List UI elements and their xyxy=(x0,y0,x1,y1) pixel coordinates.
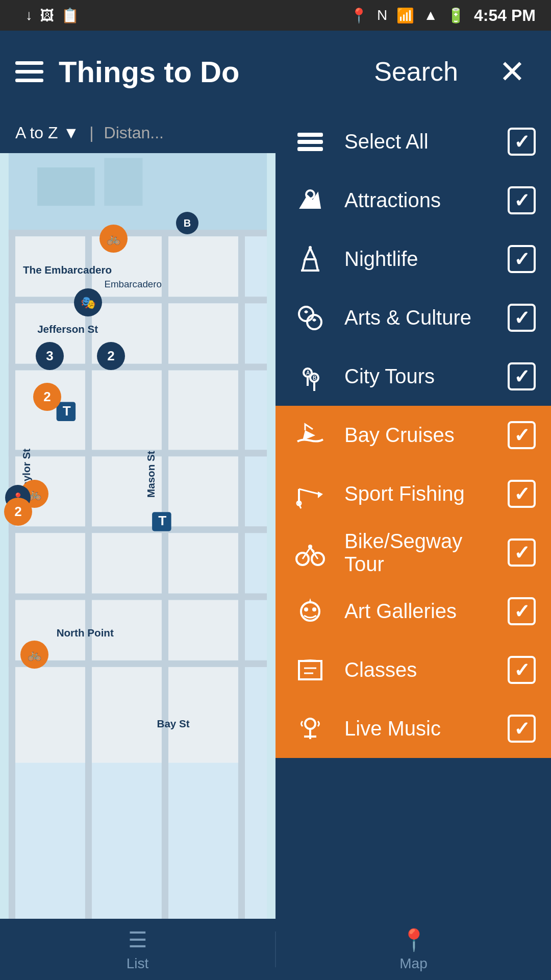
svg-rect-35 xyxy=(168,667,238,763)
svg-text:T: T xyxy=(63,403,71,419)
svg-text:A: A xyxy=(306,370,310,376)
svg-rect-4 xyxy=(9,230,267,236)
checkbox-arts[interactable] xyxy=(508,304,536,332)
svg-point-56 xyxy=(299,307,313,321)
city-tours-icon-wrap: A B xyxy=(291,357,329,396)
nfc-icon: N xyxy=(377,7,387,23)
wifi-icon: 📶 xyxy=(396,7,414,24)
map-pin-small[interactable]: B xyxy=(176,212,198,234)
close-button[interactable]: ✕ xyxy=(489,48,536,95)
signal-icon: ▲ xyxy=(423,7,438,23)
download-icon: ↓ xyxy=(26,7,33,24)
checkbox-sport-fishing[interactable] xyxy=(508,480,536,508)
svg-text:T: T xyxy=(158,513,166,528)
checkbox-bay-cruises[interactable] xyxy=(508,421,536,449)
menu-button[interactable] xyxy=(15,61,43,82)
attractions-icon-wrap xyxy=(291,181,329,219)
map-pin-2b[interactable]: 2 xyxy=(33,383,61,411)
status-time: 4:54 PM xyxy=(474,6,536,25)
search-button[interactable]: Search xyxy=(359,51,473,92)
filter-panel: Select All Attractions xyxy=(276,112,551,919)
checkbox-nightlife[interactable] xyxy=(508,245,536,273)
map-pin-bike-3[interactable]: 🚲 xyxy=(20,641,48,669)
filter-item-nightlife[interactable]: Nightlife xyxy=(276,230,551,288)
bay-cruises-icon xyxy=(295,420,325,451)
checkbox-attractions[interactable] xyxy=(508,186,536,214)
svg-rect-13 xyxy=(162,230,168,919)
checkbox-select-all[interactable] xyxy=(508,128,536,156)
filter-item-city-tours[interactable]: A B City Tours xyxy=(276,347,551,406)
art-galleries-icon xyxy=(295,596,325,627)
svg-text:Embarcadero: Embarcadero xyxy=(104,279,162,289)
bottom-nav: ☰ List 📍 Map xyxy=(0,919,551,980)
svg-point-50 xyxy=(298,133,302,137)
filter-label-nightlife: Nightlife xyxy=(344,248,492,271)
filter-label-city-tours: City Tours xyxy=(344,365,492,388)
filter-item-select-all[interactable]: Select All xyxy=(276,112,551,171)
header: Things to Do Search ✕ xyxy=(0,31,551,112)
filter-item-live-music[interactable]: Live Music xyxy=(276,699,551,758)
checkbox-city-tours[interactable] xyxy=(508,362,536,390)
svg-point-69 xyxy=(312,607,316,611)
filter-item-bay-cruises[interactable]: Bay Cruises xyxy=(276,406,551,464)
svg-point-68 xyxy=(304,607,308,611)
bay-cruises-icon-wrap xyxy=(291,416,329,454)
bike-tour-icon-wrap xyxy=(291,533,329,572)
filter-item-art-galleries[interactable]: Art Galleries xyxy=(276,582,551,641)
map-pin-3[interactable]: 3 xyxy=(36,342,64,370)
sort-arrow: ▼ xyxy=(63,124,80,142)
city-tours-icon: A B xyxy=(295,361,325,392)
svg-point-57 xyxy=(307,315,321,329)
classes-icon xyxy=(295,655,325,685)
svg-rect-26 xyxy=(168,456,238,526)
svg-point-64 xyxy=(296,553,309,565)
page-title: Things to Do xyxy=(59,55,343,89)
svg-rect-8 xyxy=(9,526,267,533)
svg-rect-33 xyxy=(15,667,85,763)
filter-item-classes[interactable]: Classes xyxy=(276,641,551,699)
svg-rect-9 xyxy=(9,594,267,600)
sport-fishing-icon xyxy=(295,479,325,509)
svg-rect-2 xyxy=(104,158,142,206)
checkbox-bike-tour[interactable] xyxy=(508,538,536,567)
filter-item-bike-tour[interactable]: Bike/Segway Tour xyxy=(276,523,551,582)
svg-rect-17 xyxy=(168,236,238,297)
svg-rect-29 xyxy=(168,533,238,593)
checkbox-live-music[interactable] xyxy=(508,715,536,743)
svg-rect-28 xyxy=(92,533,162,593)
filter-item-sport-fishing[interactable]: Sport Fishing xyxy=(276,464,551,523)
checkbox-art-galleries[interactable] xyxy=(508,597,536,625)
map-pin-bike-1[interactable]: 🚲 xyxy=(99,225,128,253)
svg-text:The Embarcadero: The Embarcadero xyxy=(23,264,112,276)
filter-label-select-all: Select All xyxy=(344,130,492,153)
panel-bottom-padding xyxy=(276,758,551,860)
image-icon: 🖼 xyxy=(40,7,54,24)
filter-item-arts[interactable]: Arts & Culture xyxy=(276,288,551,347)
art-galleries-icon-wrap xyxy=(291,592,329,630)
filter-item-attractions[interactable]: Attractions xyxy=(276,171,551,230)
live-music-icon xyxy=(295,714,325,744)
sort-az-button[interactable]: A to Z ▼ xyxy=(15,124,79,142)
svg-rect-7 xyxy=(9,450,267,456)
checkbox-classes[interactable] xyxy=(508,656,536,684)
filter-label-sport-fishing: Sport Fishing xyxy=(344,482,492,505)
map-area: A to Z ▼ | Distan... xyxy=(0,112,276,919)
distance-label: Distan... xyxy=(104,124,164,142)
battery-icon: 🔋 xyxy=(447,7,465,24)
location-icon: 📍 xyxy=(350,7,368,24)
map-pin-theater[interactable]: 🎭 xyxy=(74,288,102,316)
svg-rect-11 xyxy=(9,230,15,919)
nav-map[interactable]: 📍 Map xyxy=(276,927,551,972)
sort-bar: A to Z ▼ | Distan... xyxy=(0,112,276,153)
map-pin-2a[interactable]: 2 xyxy=(97,342,125,370)
filter-label-bay-cruises: Bay Cruises xyxy=(344,424,492,447)
svg-rect-5 xyxy=(9,297,267,303)
status-bar: ↓ 🖼 📋 📍 N 📶 ▲ 🔋 4:54 PM xyxy=(0,0,551,31)
nightlife-icon-wrap xyxy=(291,240,329,278)
filter-label-classes: Classes xyxy=(344,658,492,681)
classes-icon-wrap xyxy=(291,651,329,689)
svg-rect-14 xyxy=(238,230,245,919)
nav-list[interactable]: ☰ List xyxy=(0,927,275,972)
map-pin-2c[interactable]: 2 xyxy=(4,498,32,526)
attractions-icon xyxy=(295,185,325,216)
